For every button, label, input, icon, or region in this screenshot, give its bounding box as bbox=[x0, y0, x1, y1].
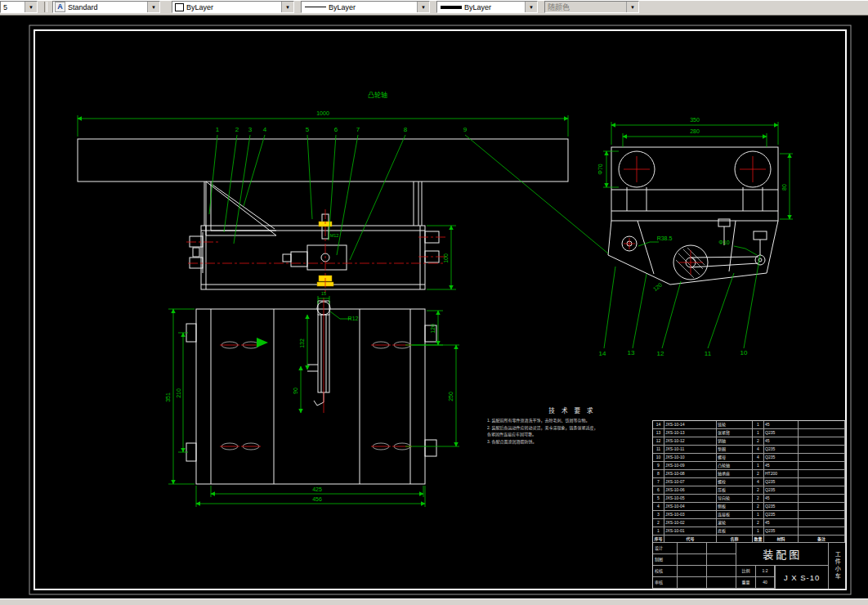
plate-view-slots bbox=[220, 298, 412, 450]
title-block-scale: 比例 1:2 重量 40 bbox=[736, 566, 776, 589]
table-row: 12 JXS-10-12 销轴 2 45 bbox=[653, 437, 845, 446]
dim-side-width: 350 bbox=[690, 117, 700, 123]
technical-requirements: 技 术 要 求 1. 装配前所有零件须清洗干净，去除毛刺、铁屑等杂物。 2. 装… bbox=[487, 406, 657, 445]
scale-label: 比例 bbox=[736, 566, 756, 577]
weight-value: 40 bbox=[756, 577, 775, 589]
table-row: 11 JXS-10-11 垫圈 4 Q235 bbox=[653, 446, 845, 454]
callout-5: 5 bbox=[306, 126, 310, 133]
table-row: 5 JXS-10-05 导向轮 2 45 bbox=[653, 495, 845, 503]
title-block: 设计 制图 校核 审核 装配图 比例 1:2 重量 40 J X S-10 bbox=[653, 543, 845, 589]
chevron-down-icon[interactable]: ▼ bbox=[417, 2, 429, 12]
table-row: 14 JXS-10-14 链轮 1 45 bbox=[653, 421, 845, 429]
table-row: 9 JXS-10-09 凸轮轴 1 45 bbox=[653, 462, 845, 470]
drawing-title: 装配图 bbox=[736, 543, 829, 566]
chevron-down-icon[interactable]: ▼ bbox=[525, 2, 537, 12]
callout-4: 4 bbox=[263, 126, 267, 133]
table-row: 7 JXS-10-07 螺栓 4 Q235 bbox=[653, 478, 845, 486]
lineweight-combo[interactable]: ByLayer ▼ bbox=[436, 1, 538, 13]
table-row: 8 JXS-10-08 轴承座 2 HT200 bbox=[653, 470, 845, 478]
sign-label: 审核 bbox=[653, 577, 678, 589]
chevron-down-icon: ▼ bbox=[626, 2, 638, 12]
text-style-icon: A bbox=[55, 2, 65, 12]
bom-header-qty: 数量 bbox=[753, 536, 764, 543]
color-combo[interactable]: ByLayer ▼ bbox=[172, 1, 294, 13]
sign-label: 校核 bbox=[653, 566, 678, 577]
dim-rod-132: 132 bbox=[299, 338, 305, 348]
unit-name: 工件小车 bbox=[833, 551, 841, 580]
linetype-combo[interactable]: ByLayer ▼ bbox=[301, 1, 430, 13]
text-style-value: Standard bbox=[65, 3, 147, 11]
dim-side-inner-width: 280 bbox=[690, 128, 700, 134]
tech-req-note: 2. 装配后各运动件应转动灵活，无卡滞现象，链条张紧适度， bbox=[487, 424, 657, 432]
color-value: ByLayer bbox=[184, 3, 281, 11]
sign-label: 设计 bbox=[653, 543, 678, 554]
table-row: 1 JXS-10-01 底板 1 Q235 bbox=[653, 527, 845, 536]
callout-14: 14 bbox=[599, 350, 606, 357]
dim-base-inner-w: 425 bbox=[312, 486, 322, 492]
callout-12: 12 bbox=[657, 350, 664, 357]
dim-rod-90: 90 bbox=[293, 388, 298, 394]
callout-3: 3 bbox=[248, 126, 253, 133]
bom-header-name: 名称 bbox=[717, 536, 753, 543]
callout-1: 1 bbox=[216, 126, 220, 133]
table-row: 2 JXS-10-02 滚轮 2 45 bbox=[653, 519, 845, 527]
text-style-combo[interactable]: A Standard ▼ bbox=[52, 1, 160, 13]
title-block-main: 装配图 比例 1:2 重量 40 J X S-10 bbox=[736, 543, 829, 589]
bom-header-seq: 序号 bbox=[653, 536, 664, 543]
tech-req-title: 技 术 要 求 bbox=[487, 406, 657, 415]
table-row: 10 JXS-10-10 螺母 4 Q235 bbox=[653, 454, 845, 462]
dim-plate-top-h: 120 bbox=[430, 324, 436, 334]
dim-base-outer-w: 456 bbox=[312, 496, 322, 502]
tech-req-note: 3. 各配合面涂润滑脂防锈。 bbox=[487, 438, 657, 446]
drawing-number: J X S-10 bbox=[776, 566, 829, 589]
dim-plate-total-h: 351 bbox=[165, 392, 171, 402]
callout-11: 11 bbox=[705, 350, 712, 357]
linetype-value: ByLayer bbox=[326, 3, 417, 11]
plate-view-geometry bbox=[186, 301, 436, 484]
toolbar-separator bbox=[44, 2, 47, 12]
callout-leaders bbox=[209, 135, 760, 348]
chevron-down-icon[interactable]: ▼ bbox=[281, 2, 293, 12]
tech-req-note: 各紧固件连接应牢固可靠。 bbox=[487, 431, 657, 438]
callout-13: 13 bbox=[628, 349, 635, 356]
tech-req-note: 1. 装配前所有零件须清洗干净，去除毛刺、铁屑等杂物。 bbox=[487, 417, 657, 424]
dim-plate-right-h: 250 bbox=[448, 392, 454, 401]
dim-slot-radius: R12 bbox=[348, 316, 359, 321]
title-block-side: 工件小车 bbox=[829, 543, 845, 589]
plot-style-combo: 随颜色 ▼ bbox=[544, 1, 639, 13]
sign-label: 制图 bbox=[653, 554, 678, 566]
part-label: 凸轮轴 bbox=[368, 91, 387, 99]
dim-channel-height: 100 bbox=[443, 253, 449, 263]
bom-header-code: 代号 bbox=[664, 536, 717, 543]
title-block-signatures: 设计 制图 校核 审核 bbox=[653, 543, 736, 589]
dim-bolt-note: M12 bbox=[330, 233, 339, 238]
table-row: 6 JXS-10-06 压板 2 Q235 bbox=[653, 486, 845, 495]
dim-notch-15: 15 bbox=[321, 291, 326, 296]
bom-parts-list: 14 JXS-10-14 链轮 1 45 13 JXS-10-13 张紧臂 1 … bbox=[653, 421, 845, 536]
scale-value: 1:2 bbox=[756, 566, 775, 577]
view-direction-arrow bbox=[257, 338, 268, 347]
table-row: 4 JXS-10-04 侧板 2 Q235 bbox=[653, 503, 845, 511]
dim-pin-dia: Φ10 bbox=[718, 240, 729, 245]
dim-radius-r385: R38.5 bbox=[657, 235, 673, 241]
dim-wheel-dia: Φ70 bbox=[597, 164, 603, 174]
properties-toolbar: 5 ▼ A Standard ▼ ByLayer ▼ ByLayer ▼ ByL… bbox=[0, 0, 868, 16]
callout-6: 6 bbox=[334, 126, 338, 133]
lineweight-swatch-icon bbox=[441, 6, 462, 9]
table-row: 3 JXS-10-03 连接板 1 Q235 bbox=[653, 511, 845, 519]
bom-title-block: 14 JXS-10-14 链轮 1 45 13 JXS-10-13 张紧臂 1 … bbox=[652, 420, 846, 589]
callout-7: 7 bbox=[356, 126, 360, 133]
weight-label: 重量 bbox=[736, 577, 756, 589]
callout-10: 10 bbox=[740, 349, 748, 356]
chevron-down-icon[interactable]: ▼ bbox=[147, 2, 159, 12]
status-bar bbox=[0, 598, 868, 605]
linetype-swatch-icon bbox=[305, 7, 326, 7]
callout-2: 2 bbox=[235, 126, 239, 133]
top-view-geometry bbox=[78, 139, 568, 289]
chevron-down-icon[interactable]: ▼ bbox=[25, 2, 37, 12]
bom-header-mat: 材料 bbox=[764, 536, 799, 543]
lineweight-value: ByLayer bbox=[462, 3, 525, 11]
layer-combo[interactable]: 5 ▼ bbox=[0, 1, 38, 13]
dim-side-height: 80 bbox=[781, 184, 787, 190]
plot-style-value: 随颜色 bbox=[545, 2, 626, 12]
